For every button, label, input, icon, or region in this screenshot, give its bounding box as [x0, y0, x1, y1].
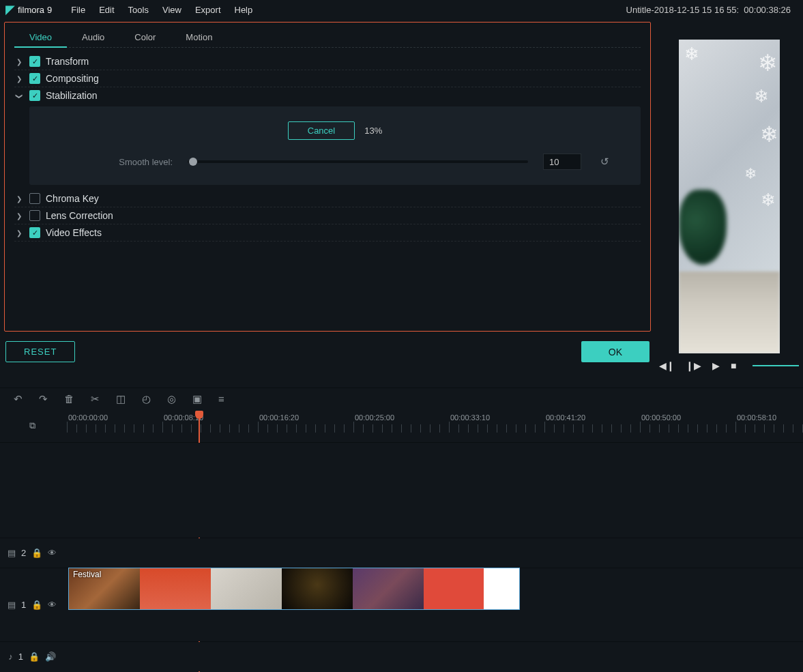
preview-frame: ❄ ❄ ❄ ❄ ❄ ❄: [679, 40, 780, 353]
chevron-down-icon: ❯: [16, 91, 23, 100]
property-tabs: Video Audio Color Motion: [14, 28, 641, 48]
checkbox-lens[interactable]: [29, 210, 40, 221]
stabilization-progress: 13%: [364, 126, 382, 136]
properties-outline: Video Audio Color Motion ❯ ✓ Transform ❯…: [4, 22, 651, 332]
section-stabilization[interactable]: ❯ ✓ Stabilization: [14, 87, 641, 104]
eye-icon[interactable]: 👁: [48, 600, 57, 610]
play-button[interactable]: ▶: [712, 360, 720, 371]
track-overlay: [0, 442, 803, 538]
undo-icon[interactable]: ↶: [14, 393, 23, 405]
track-video-1: ▤ 1 🔒 👁 Festival: [0, 568, 803, 641]
reset-button[interactable]: RESET: [5, 341, 75, 362]
checkbox-effects[interactable]: ✓: [29, 227, 40, 238]
ruler-tick: 00:00:25:00: [355, 413, 394, 422]
track-audio-1: ♪ 1 🔒 🔊: [0, 641, 803, 671]
checkbox-compositing[interactable]: ✓: [29, 73, 40, 84]
chevron-right-icon: ❯: [14, 58, 24, 65]
snowflake-icon: ❄: [744, 165, 757, 183]
clip-thumbnail: [211, 568, 282, 609]
smooth-level-slider[interactable]: [188, 160, 528, 163]
label-effects: Video Effects: [46, 227, 102, 238]
menu-export[interactable]: Export: [188, 2, 228, 18]
clip-label: Festival: [73, 570, 101, 579]
project-title: Untitle-2018-12-15 15 16 55:: [626, 5, 740, 15]
ok-button[interactable]: OK: [581, 341, 649, 362]
video-track-icon: ▤: [8, 548, 16, 558]
speed-icon[interactable]: ◴: [142, 393, 151, 405]
track-number: 1: [21, 600, 26, 610]
redo-icon[interactable]: ↷: [39, 393, 48, 405]
snowflake-icon: ❄: [758, 49, 777, 76]
clip-thumbnail: [282, 568, 353, 609]
preview-decor: [679, 272, 780, 353]
next-frame-button[interactable]: ❙▶: [686, 360, 701, 371]
track-manager-button[interactable]: ⧉: [0, 409, 67, 442]
tab-video[interactable]: Video: [14, 28, 67, 48]
volume-slider[interactable]: [753, 365, 799, 366]
section-lens-correction[interactable]: ❯ Lens Correction: [14, 207, 641, 224]
menu-tools[interactable]: Tools: [121, 2, 156, 18]
checkbox-chroma[interactable]: [29, 193, 40, 204]
section-video-effects[interactable]: ❯ ✓ Video Effects: [14, 224, 641, 242]
timeline-clip[interactable]: Festival: [68, 568, 520, 610]
tab-color[interactable]: Color: [119, 28, 171, 47]
label-chroma: Chroma Key: [46, 193, 99, 204]
lock-icon[interactable]: 🔒: [31, 548, 42, 558]
snowflake-icon: ❄: [761, 190, 776, 211]
ruler-tick: 00:00:41:20: [546, 413, 585, 422]
track-manager-icon: ⧉: [29, 420, 35, 431]
track-number: 1: [18, 652, 23, 662]
ruler-tick: 00:00:50:00: [641, 413, 681, 422]
section-chroma-key[interactable]: ❯ Chroma Key: [14, 190, 641, 207]
timeline-ruler[interactable]: 00:00:00:00 00:00:08:10 00:00:16:20 00:0…: [67, 409, 803, 442]
ruler-tick: 00:00:33:10: [450, 413, 490, 422]
label-lens: Lens Correction: [46, 210, 113, 221]
clip-thumbnail: [353, 568, 424, 609]
screenshot-icon[interactable]: ▣: [192, 393, 202, 405]
transport-controls: ◀❙ ❙▶ ▶ ■: [655, 353, 803, 378]
color-icon[interactable]: ◎: [167, 393, 176, 405]
preview-decor: [679, 190, 727, 265]
label-compositing: Compositing: [46, 73, 99, 84]
preview-viewport: ❄ ❄ ❄ ❄ ❄ ❄: [655, 40, 803, 353]
playhead-handle[interactable]: [195, 411, 203, 419]
ruler-tick: 00:00:00:00: [68, 413, 108, 422]
audio-track-icon: ♪: [8, 652, 13, 662]
menu-edit[interactable]: Edit: [92, 2, 121, 18]
ruler-tick: 00:00:58:10: [737, 413, 776, 422]
cancel-button[interactable]: Cancel: [288, 121, 355, 140]
slider-thumb[interactable]: [189, 158, 197, 166]
adjust-icon[interactable]: ≡: [218, 393, 224, 405]
cut-icon[interactable]: ✂: [91, 393, 100, 405]
lock-icon[interactable]: 🔒: [31, 600, 42, 610]
checkbox-transform[interactable]: ✓: [29, 56, 40, 67]
menu-bar: ◤ filmora9 File Edit Tools View Export H…: [0, 0, 803, 19]
section-compositing[interactable]: ❯ ✓ Compositing: [14, 70, 641, 87]
speaker-icon[interactable]: 🔊: [45, 652, 56, 662]
stabilization-body: Cancel 13% Smooth level: 10 ↺: [29, 106, 641, 185]
delete-icon[interactable]: 🗑: [64, 393, 74, 405]
chevron-right-icon: ❯: [14, 75, 24, 83]
stop-button[interactable]: ■: [731, 360, 736, 371]
smooth-level-label: Smooth level:: [57, 157, 173, 167]
smooth-level-value[interactable]: 10: [543, 154, 581, 170]
menu-view[interactable]: View: [156, 2, 188, 18]
prev-frame-button[interactable]: ◀❙: [659, 360, 675, 371]
app-version: 9: [47, 5, 52, 15]
timeline: ⧉ 00:00:00:00 00:00:08:10 00:00:16:20 00…: [0, 409, 803, 671]
crop-icon[interactable]: ◫: [116, 393, 126, 405]
track-head-a1: ♪ 1 🔒 🔊: [0, 642, 67, 671]
menu-help[interactable]: Help: [228, 2, 260, 18]
lock-icon[interactable]: 🔒: [29, 652, 40, 662]
clip-waveform: [69, 609, 519, 610]
section-transform[interactable]: ❯ ✓ Transform: [14, 53, 641, 70]
reset-icon[interactable]: ↺: [596, 156, 613, 168]
menu-file[interactable]: File: [64, 2, 92, 18]
tab-audio[interactable]: Audio: [67, 28, 119, 47]
tab-motion[interactable]: Motion: [171, 28, 227, 47]
eye-icon[interactable]: 👁: [48, 548, 57, 558]
project-duration: 00:00:38:26: [744, 5, 791, 15]
checkbox-stabilization[interactable]: ✓: [29, 90, 40, 101]
snowflake-icon: ❄: [760, 121, 778, 147]
snowflake-icon: ❄: [684, 44, 699, 65]
